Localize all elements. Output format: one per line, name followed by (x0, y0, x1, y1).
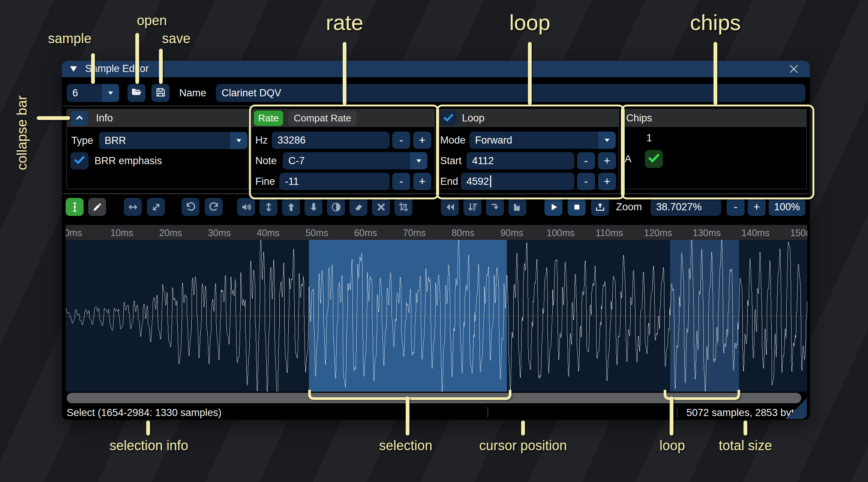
ruler-label: 140ms (741, 225, 769, 240)
ruler-label: 30ms (208, 225, 231, 240)
ruler-label: 60ms (354, 225, 377, 240)
stop-icon (571, 201, 583, 213)
annotation-loop-bottom: loop (660, 438, 685, 454)
annotation-box-loop (436, 105, 625, 199)
play-button[interactable] (544, 198, 562, 216)
export-button[interactable] (591, 198, 609, 216)
trim-button[interactable] (394, 198, 412, 216)
annotation-line-collapse-bar (37, 116, 70, 120)
redo-button[interactable] (205, 198, 223, 216)
annotation-box-chips (621, 105, 814, 199)
annotation-open: open (137, 13, 167, 28)
waveform-display[interactable] (66, 240, 807, 392)
annotation-box-rate (249, 105, 439, 199)
ruler-label: 130ms (693, 225, 721, 240)
type-select[interactable]: BRR (99, 132, 247, 149)
time-ruler: 0ms10ms20ms30ms40ms50ms60ms70ms80ms90ms1… (66, 225, 807, 240)
info-panel-header: Info (67, 109, 248, 127)
ruler-label: 10ms (110, 225, 133, 240)
annotation-chips: chips (690, 10, 741, 35)
annotation-sample: sample (48, 31, 91, 46)
resize-free-button[interactable] (147, 198, 165, 216)
sample-select[interactable]: 6 (67, 84, 119, 102)
chevron-up-icon (74, 112, 85, 124)
checkmark-icon (73, 154, 86, 168)
shift-down-button[interactable] (304, 198, 322, 216)
total-size-status: 5072 samples, 2853 bytes (687, 407, 805, 419)
stop-button[interactable] (568, 198, 586, 216)
chevron-down-icon (230, 132, 247, 149)
annotation-line-loop-bottom (670, 397, 673, 436)
resample-button[interactable] (508, 198, 526, 216)
status-divider (677, 407, 678, 418)
folder-open-icon (130, 86, 142, 100)
brr-emphasis-checkbox[interactable] (70, 152, 88, 169)
annotation-selection-info: selection info (109, 438, 188, 454)
export-icon (594, 201, 606, 213)
undo-icon (185, 201, 196, 213)
invert-button[interactable] (327, 198, 345, 216)
annotation-collapse-bar: collapse bar (14, 70, 30, 170)
ruler-label: 150ms (790, 225, 807, 240)
annotation-line-total-size (744, 421, 747, 436)
silence-button[interactable] (349, 198, 367, 216)
shift-down-icon (308, 201, 319, 213)
type-label: Type (71, 132, 93, 149)
selection-info-status: Select (1654-2984: 1330 samples) (67, 407, 222, 419)
ruler-label: 80ms (451, 225, 474, 240)
annotation-line-selection-info (146, 421, 150, 436)
select-tool-button[interactable] (66, 198, 84, 216)
select-tool-icon (69, 201, 81, 213)
zoom-out-button[interactable]: - (727, 198, 745, 216)
delete-icon (375, 201, 387, 213)
ruler-label: 50ms (305, 225, 328, 240)
info-collapse-button[interactable] (71, 111, 88, 126)
save-button[interactable] (151, 84, 169, 102)
resize-free-icon (150, 201, 162, 213)
annotation-loop: loop (509, 10, 550, 35)
open-button[interactable] (127, 84, 145, 102)
draw-tool-button[interactable] (88, 198, 106, 216)
delete-button[interactable] (372, 198, 390, 216)
skip-to-start-icon (444, 201, 456, 213)
amplify-button[interactable] (237, 198, 255, 216)
close-icon[interactable] (786, 62, 801, 76)
play-icon (548, 201, 559, 213)
shift-up-button[interactable] (282, 198, 300, 216)
resize-vertical-button[interactable] (259, 198, 277, 216)
type-select-value: BRR (105, 135, 126, 147)
zoom-input[interactable]: 38.7027% (651, 198, 721, 216)
resize-horizontal-button[interactable] (124, 198, 142, 216)
annotation-line-cursor-position (521, 421, 525, 436)
redo-icon (208, 201, 220, 213)
downsample-button[interactable] (463, 198, 481, 216)
annotation-cursor-position: cursor position (479, 438, 567, 454)
screenshot-root: Sample Editor 6 Name Clarinet DQV Info T… (0, 0, 868, 482)
name-value: Clarinet DQV (222, 87, 281, 99)
zoom-reset-button[interactable]: 100% (769, 198, 805, 216)
amplify-icon (240, 201, 252, 213)
ruler-label: 20ms (159, 225, 182, 240)
annotation-line-rate (343, 42, 346, 105)
annotation-rate: rate (326, 10, 363, 35)
ruler-label: 40ms (256, 225, 279, 240)
ruler-label: 0ms (66, 225, 82, 240)
shift-up-icon (285, 201, 297, 213)
skip-to-start-button[interactable] (441, 198, 459, 216)
invert-icon (330, 201, 342, 213)
zoom-in-button[interactable]: + (748, 198, 766, 216)
undo-button[interactable] (181, 198, 199, 216)
insert-button[interactable] (486, 198, 504, 216)
zoom-value: 38.7027% (656, 201, 702, 213)
trim-icon (398, 201, 409, 213)
draw-tool-icon (91, 201, 103, 213)
resize-vertical-icon (263, 201, 274, 213)
floppy-save-icon (155, 87, 166, 100)
window-collapse-icon[interactable] (69, 65, 78, 74)
annotation-line-selection (406, 397, 409, 436)
ruler-label: 120ms (644, 225, 672, 240)
ruler-label: 110ms (595, 225, 623, 240)
annotation-selection: selection (379, 438, 432, 454)
annotation-line-sample (91, 53, 95, 84)
brr-emphasis-label: BRR emphasis (94, 152, 162, 169)
